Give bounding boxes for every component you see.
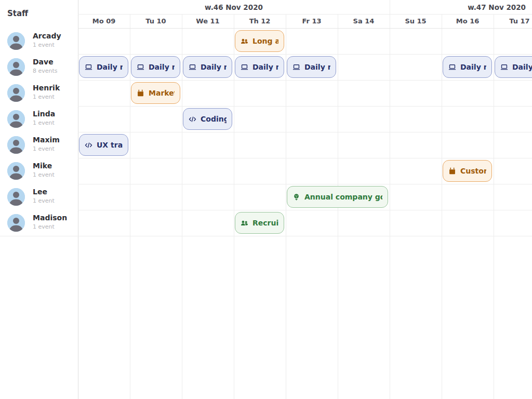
event-label: Daily n: [512, 63, 532, 71]
staff-event-count: 8 events: [33, 68, 58, 74]
calendar-icon: [448, 167, 456, 175]
staff-row[interactable]: Lee1 event: [0, 184, 78, 210]
avatar: [7, 84, 25, 102]
staff-name: Arcady: [33, 32, 61, 40]
event-label: Long a: [252, 37, 278, 45]
staff-row[interactable]: Madison1 event: [0, 210, 78, 236]
avatar: [7, 136, 25, 154]
week-header-cell: w.46 Nov 2020: [78, 0, 390, 14]
event-bar[interactable]: Daily n: [183, 56, 232, 78]
staff-row[interactable]: Maxim1 event: [0, 132, 78, 158]
event-label: Daily n: [201, 63, 227, 71]
grid-line-horizontal: [0, 54, 532, 55]
code-icon: [189, 115, 196, 123]
staff-event-count: 1 event: [33, 94, 55, 100]
event-bar[interactable]: Daily n: [79, 56, 128, 78]
event-bar[interactable]: Daily n: [235, 56, 284, 78]
event-label: Coding: [201, 115, 227, 123]
day-header-cell: Fr 13: [286, 14, 338, 28]
event-bar[interactable]: UX tra: [79, 134, 128, 156]
event-bar[interactable]: Market: [131, 82, 180, 104]
day-header-cell: Sa 14: [338, 14, 390, 28]
avatar: [7, 188, 25, 206]
staff-row[interactable]: Linda1 event: [0, 106, 78, 132]
staff-name: Lee: [33, 188, 47, 196]
avatar: [7, 58, 25, 76]
staff-name: Dave: [33, 58, 54, 66]
staff-event-count: 1 event: [33, 171, 55, 178]
staff-name: Linda: [33, 110, 55, 118]
event-bar[interactable]: Daily n: [443, 56, 492, 78]
grid-line-horizontal: [0, 236, 532, 236]
avatar: [7, 110, 25, 128]
staff-row[interactable]: Dave8 events: [0, 54, 78, 80]
event-bar[interactable]: Daily n: [131, 56, 180, 78]
grid-line-vertical: [442, 14, 442, 399]
staff-event-count: 1 event: [33, 145, 55, 152]
event-bar[interactable]: Daily n: [287, 56, 336, 78]
event-bar[interactable]: Annual company golf: [287, 186, 388, 208]
grid-line-horizontal: [78, 14, 532, 15]
grid-line-vertical: [390, 0, 390, 399]
staff-event-count: 1 event: [33, 42, 55, 48]
grid-line-vertical: [130, 14, 130, 399]
code-icon: [85, 141, 92, 149]
staff-name: Madison: [33, 214, 67, 222]
staff-event-count: 1 event: [33, 119, 55, 126]
event-label: Daily n: [149, 63, 175, 71]
week-label: w.46 Nov 2020: [205, 3, 263, 11]
users-icon: [241, 37, 248, 45]
week-label: w.47 Nov 2020: [468, 3, 526, 11]
grid-line-horizontal: [0, 28, 532, 29]
event-label: Custom: [460, 167, 486, 175]
staff-name: Henrik: [33, 84, 60, 92]
staff-event-count: 1 event: [33, 223, 55, 230]
laptop-icon: [241, 63, 248, 71]
staff-name: Mike: [33, 162, 52, 170]
grid-line-vertical: [78, 0, 78, 399]
staff-panel-title: Staff: [7, 0, 28, 27]
grid-line-vertical: [182, 14, 182, 399]
laptop-icon: [448, 63, 456, 71]
day-header-cell: Tu 17: [494, 14, 532, 28]
event-bar[interactable]: Coding: [183, 108, 232, 130]
event-label: Recrui: [252, 219, 278, 227]
staff-row[interactable]: Mike1 event: [0, 158, 78, 184]
day-header-cell: Th 12: [234, 14, 286, 28]
staff-name: Maxim: [33, 136, 60, 144]
grid-line-vertical: [494, 14, 494, 399]
laptop-icon: [85, 63, 92, 71]
grid-line-horizontal: [0, 106, 532, 107]
golf-icon: [292, 193, 300, 201]
staff-event-count: 1 event: [33, 197, 55, 204]
day-header-cell: Mo 09: [78, 14, 130, 28]
event-bar[interactable]: Recrui: [235, 212, 284, 234]
event-label: Daily n: [304, 63, 330, 71]
event-bar[interactable]: Long a: [235, 30, 284, 52]
staff-row[interactable]: Arcady1 event: [0, 28, 78, 54]
event-label: UX tra: [97, 141, 123, 149]
laptop-icon: [292, 63, 300, 71]
day-header-cell: We 11: [182, 14, 234, 28]
users-icon: [241, 219, 248, 227]
event-bar[interactable]: Custom: [443, 160, 492, 182]
day-header-cell: Mo 16: [442, 14, 494, 28]
event-label: Market: [149, 89, 175, 97]
scheduler-app: Staff w.46 Nov 2020w.47 Nov 2020 Mo 09Tu…: [0, 0, 532, 399]
grid-line-vertical: [286, 14, 286, 399]
event-label: Daily n: [460, 63, 486, 71]
staff-row[interactable]: Henrik1 event: [0, 80, 78, 106]
grid-line-horizontal: [0, 158, 532, 158]
grid-line-horizontal: [0, 184, 532, 184]
grid-line-horizontal: [0, 132, 532, 132]
avatar: [7, 162, 25, 180]
week-header-cell: w.47 Nov 2020: [390, 0, 532, 14]
event-label: Daily n: [252, 63, 278, 71]
day-header-cell: Tu 10: [130, 14, 182, 28]
avatar: [7, 32, 25, 50]
avatar: [7, 214, 25, 232]
event-label: Annual company golf: [304, 193, 382, 201]
event-label: Daily n: [97, 63, 123, 71]
event-bar[interactable]: Daily n: [495, 56, 532, 78]
laptop-icon: [500, 63, 508, 71]
